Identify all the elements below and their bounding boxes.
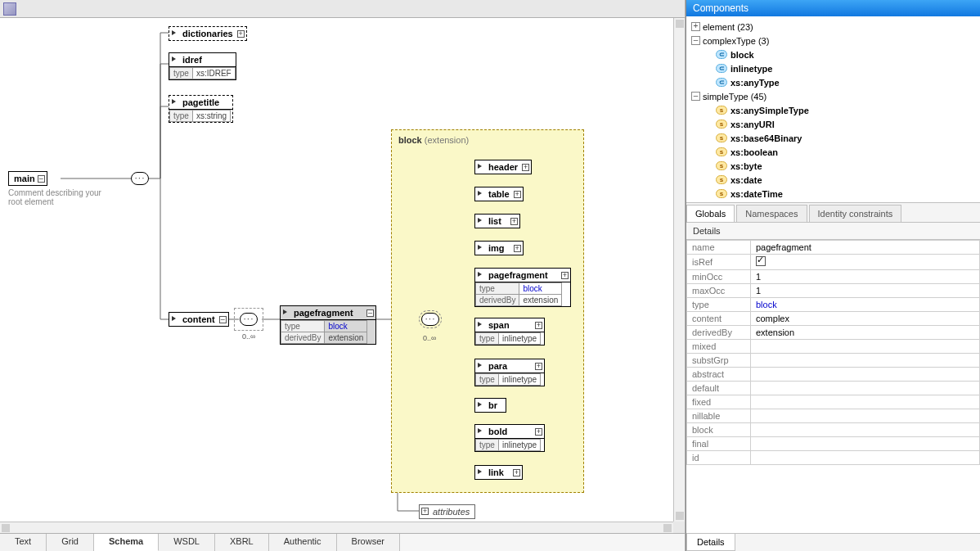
expand-icon[interactable]: + [535, 428, 542, 436]
node-list[interactable]: list + [474, 214, 520, 228]
node-span[interactable]: span + typeinlinetype [474, 318, 545, 346]
node-idref[interactable]: idref typexs:IDREF [169, 52, 236, 80]
node-pagefragment-child[interactable]: pagefragment + typeblock derivedByextens… [474, 268, 571, 307]
expand-icon[interactable]: – [219, 316, 227, 323]
details-table: namepagefragmentisRefminOcc1maxOcc1typeb… [686, 240, 980, 533]
details-value[interactable] [751, 437, 980, 451]
details-tab[interactable]: Details [686, 534, 735, 551]
sequence-compositor-1[interactable] [131, 172, 149, 185]
details-value[interactable]: 1 [751, 270, 980, 284]
tree-item[interactable]: sxs:anyURI [691, 117, 975, 131]
details-value[interactable] [751, 255, 980, 270]
tree-item[interactable]: sxs:boolean [691, 145, 975, 159]
element-ref-icon [478, 428, 483, 434]
element-ref-icon [172, 316, 178, 322]
view-tab-wsdl[interactable]: WSDL [159, 534, 215, 551]
sequence-compositor-3[interactable] [421, 313, 439, 326]
tree-item[interactable]: ⊂block [691, 47, 975, 61]
details-value[interactable] [751, 354, 980, 368]
components-tab-identity-constraints[interactable]: Identity constraints [809, 205, 902, 222]
label: simpleType [703, 92, 748, 102]
canvas-wrap: main – Comment describing your root elem… [0, 0, 685, 533]
node-img[interactable]: img + [474, 241, 524, 255]
node-pagefragment-label: pagefragment [294, 308, 353, 318]
expand-icon[interactable]: + [510, 218, 518, 225]
tree-item[interactable]: sxs:base64Binary [691, 131, 975, 145]
details-value[interactable]: 1 [751, 284, 980, 298]
node-header[interactable]: header + [474, 160, 532, 174]
details-value[interactable] [751, 409, 980, 423]
view-tab-browser[interactable]: Browser [337, 534, 400, 551]
complextype-icon: ⊂ [716, 64, 727, 73]
node-pagefragment-selected[interactable]: pagefragment – typeblock derivedByextens… [280, 305, 376, 345]
expand-icon[interactable]: – [366, 309, 374, 317]
prop-key: type [281, 321, 325, 332]
details-value[interactable]: block [751, 298, 980, 312]
node-br[interactable]: br [474, 398, 506, 413]
expand-icon[interactable]: + [691, 22, 700, 31]
tree-item[interactable]: sxs:dateTime [691, 187, 975, 201]
complextype-icon: ⊂ [716, 78, 727, 87]
expand-icon[interactable]: + [237, 30, 245, 38]
details-value[interactable]: pagefragment [751, 241, 980, 255]
node-main[interactable]: main – [8, 171, 47, 186]
node-content[interactable]: content – [169, 312, 229, 327]
expand-icon[interactable]: + [514, 191, 521, 198]
details-value[interactable]: extension [751, 326, 980, 340]
element-ref-icon [478, 363, 483, 368]
node-bold[interactable]: bold + typeinlinetype [474, 424, 545, 452]
node-link[interactable]: link + [474, 465, 523, 480]
tree-item[interactable]: sxs:date [691, 173, 975, 187]
tree-row-simpletype[interactable]: –simpleType (45) [691, 89, 975, 103]
node-dictionaries[interactable]: dictionaries + [169, 26, 247, 41]
node-para[interactable]: para + typeinlinetype [474, 359, 545, 386]
components-tab-globals[interactable]: Globals [686, 205, 735, 222]
expand-icon[interactable]: + [514, 245, 521, 252]
prop-val[interactable]: block [325, 321, 367, 332]
view-tab-text[interactable]: Text [0, 534, 47, 551]
tree-item[interactable]: sxs:byte [691, 159, 975, 173]
horizontal-scrollbar[interactable] [0, 522, 673, 533]
details-key: fixed [687, 395, 751, 409]
node-pagetitle[interactable]: pagetitle typexs:string [169, 95, 233, 123]
details-value[interactable] [751, 395, 980, 409]
expand-icon[interactable]: + [513, 469, 520, 476]
components-tree[interactable]: +element (23) –complexType (3) ⊂block⊂in… [686, 16, 980, 203]
attributes-node[interactable]: + attributes [419, 504, 475, 519]
toolbar-view-icon[interactable] [3, 2, 16, 16]
element-ref-icon [478, 322, 483, 327]
vertical-scrollbar[interactable] [673, 18, 685, 522]
expand-icon[interactable]: + [522, 164, 529, 171]
expand-icon[interactable]: + [421, 508, 429, 515]
view-tab-grid[interactable]: Grid [47, 534, 94, 551]
view-tab-authentic[interactable]: Authentic [269, 534, 337, 551]
expand-icon[interactable]: – [38, 175, 45, 183]
schema-canvas[interactable]: main – Comment describing your root elem… [0, 18, 685, 522]
prop-val: extension [325, 332, 367, 344]
count: (23) [737, 22, 753, 32]
tree-row-complextype[interactable]: –complexType (3) [691, 34, 975, 47]
element-ref-icon [478, 469, 483, 475]
node-table[interactable]: table + [474, 187, 524, 201]
prop-val[interactable]: block [519, 283, 562, 295]
components-tab-namespaces[interactable]: Namespaces [736, 205, 807, 222]
view-tab-schema[interactable]: Schema [94, 534, 159, 551]
tree-item[interactable]: ⊂xs:anyType [691, 75, 975, 89]
view-tab-xbrl[interactable]: XBRL [215, 534, 269, 551]
details-value[interactable]: complex [751, 312, 980, 326]
expand-icon[interactable]: + [535, 322, 542, 329]
details-value[interactable] [751, 423, 980, 437]
expand-icon[interactable]: + [535, 363, 542, 370]
details-value[interactable] [751, 451, 980, 465]
tree-row-element[interactable]: +element (23) [691, 20, 975, 34]
details-value[interactable] [751, 382, 980, 395]
tree-item[interactable]: ⊂inlinetype [691, 61, 975, 75]
collapse-icon[interactable]: – [691, 92, 700, 101]
tree-item[interactable]: sxs:anySimpleType [691, 103, 975, 117]
checkbox-checked-icon[interactable] [756, 256, 766, 266]
expand-icon[interactable]: + [561, 272, 569, 279]
collapse-icon[interactable]: – [691, 36, 700, 45]
details-value[interactable] [751, 368, 980, 382]
details-value[interactable] [751, 340, 980, 354]
sequence-compositor-2[interactable] [240, 313, 258, 326]
